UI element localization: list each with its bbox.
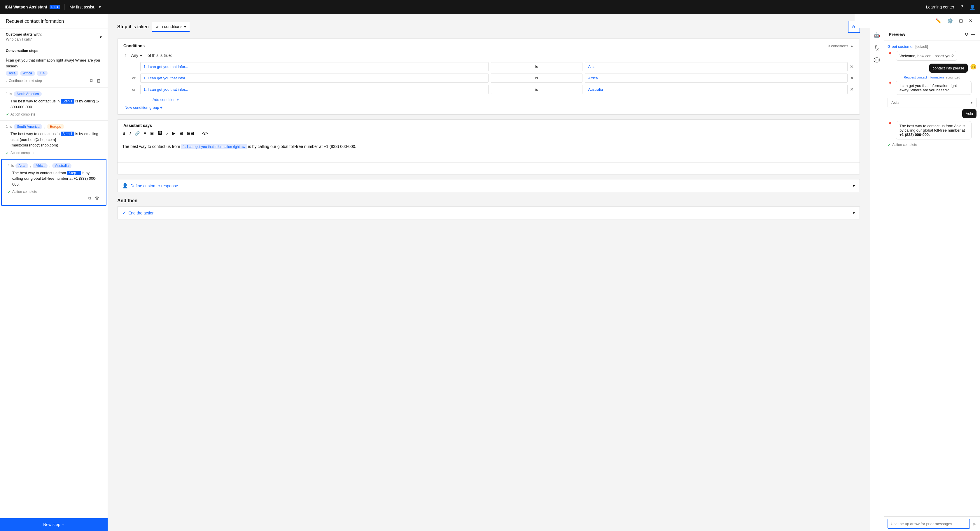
help-icon[interactable]: ? xyxy=(959,4,965,10)
step-header-label: Step 4 is taken xyxy=(117,24,149,29)
condition-value[interactable]: Africa xyxy=(585,73,848,83)
step-card[interactable]: 1 is North America The best way to conta… xyxy=(0,88,108,121)
end-action-label: End the action xyxy=(128,210,154,215)
check-circle-icon: ✓ xyxy=(122,210,126,215)
step-number-inline: 1 xyxy=(6,92,8,96)
widget-button[interactable]: ⊞ xyxy=(178,130,185,137)
step-badge: Australia xyxy=(52,163,72,168)
close-panel-icon[interactable]: ✕ xyxy=(966,16,975,26)
dropdown-value: Asia xyxy=(891,100,899,105)
any-select[interactable]: Any ▾ xyxy=(128,52,145,59)
condition-value[interactable]: Asia xyxy=(585,62,848,71)
list-ordered-button[interactable]: ⊟ xyxy=(149,130,155,137)
new-condition-group-button[interactable]: New condition group + xyxy=(123,105,162,110)
with-conditions-button[interactable]: with conditions ▾ xyxy=(152,22,190,32)
chevron-down-icon: ▾ xyxy=(99,5,101,10)
end-action-row[interactable]: ✓ End the action ▾ xyxy=(117,206,860,219)
new-step-button[interactable]: New step + xyxy=(0,518,108,531)
audio-button[interactable]: ♪ xyxy=(164,130,169,137)
step-ref: Step 1 xyxy=(67,171,81,175)
condition-field[interactable]: 1. I can get you that infor... xyxy=(140,62,488,71)
expression-icon[interactable]: fx xyxy=(874,44,879,52)
is-taken-text: is taken xyxy=(132,24,148,29)
condition-field[interactable]: 1. I can get you that infor... xyxy=(140,85,488,94)
greet-customer-link[interactable]: Greet customer xyxy=(888,45,914,49)
right-panel-wrapper: 🤖 fx 💬 Preview ↻ — Greet customer xyxy=(869,28,980,531)
remove-condition-button[interactable]: ✕ xyxy=(850,64,854,69)
robot-icon[interactable]: 🤖 xyxy=(873,32,881,39)
step-badge: South America xyxy=(14,124,42,129)
learning-center-link[interactable]: Learning center xyxy=(926,5,955,10)
with-conditions-label: with conditions xyxy=(156,24,183,29)
bold-button[interactable]: B xyxy=(121,130,127,137)
columns-button[interactable]: ⊟⊟ xyxy=(186,130,196,137)
step-card[interactable]: 1 I can get you that information right a… xyxy=(0,54,108,88)
copy-step-icon[interactable]: ⧉ xyxy=(88,195,92,202)
main-layout: Request contact information Customer sta… xyxy=(0,14,980,531)
step-condition-row: 1 is South America , Europe xyxy=(6,124,102,129)
step-nav: ↓ Continue to next step xyxy=(6,79,42,83)
message-text: I can get you that information right awa… xyxy=(896,81,972,95)
editor-area[interactable]: The best way to contact us from 1. I can… xyxy=(118,139,859,163)
link-button[interactable]: 🔗 xyxy=(133,130,141,137)
end-action-left: ✓ End the action xyxy=(122,210,154,215)
editor-toolbar: B I 🔗 ≡ ⊟ 🖼 ♪ ▶ ⊞ ⊟⊟ </> xyxy=(118,128,859,139)
list-unordered-button[interactable]: ≡ xyxy=(142,130,148,137)
assistant-says-box: Assistant says B I 🔗 ≡ ⊟ 🖼 ♪ ▶ ⊞ ⊟⊟ </> … xyxy=(117,119,860,174)
grid-icon[interactable]: ⊞ xyxy=(956,16,966,26)
assistant-selector[interactable]: My first assist... ▾ xyxy=(69,5,100,10)
check-icon: ✓ xyxy=(8,189,11,194)
chevron-down-icon: ▾ xyxy=(853,210,855,215)
action-complete: ✓ Action complete xyxy=(888,142,977,147)
remove-condition-button[interactable]: ✕ xyxy=(850,75,854,81)
step-card[interactable]: 1 is South America , Europe The best way… xyxy=(0,121,108,159)
define-customer-response[interactable]: 👤 Define customer response ▾ xyxy=(117,179,860,192)
chevron-down-icon: ▾ xyxy=(140,53,142,58)
step-card-active[interactable]: 4 is Asia , Africa , Australia The best … xyxy=(1,159,107,206)
step-body: The best way to contact us in Step 1 is … xyxy=(6,131,102,148)
add-condition-button[interactable]: Add condition + xyxy=(138,97,179,102)
right-panel-tools: 🤖 fx 💬 xyxy=(869,28,884,531)
delete-step-icon[interactable]: 🗑 xyxy=(96,78,102,84)
code-button[interactable]: </> xyxy=(200,130,209,137)
user-icon[interactable]: 👤 xyxy=(969,4,975,10)
condition-field[interactable]: 1. I can get you that infor... xyxy=(140,73,488,83)
any-label: Any xyxy=(131,53,138,58)
location-icon: 📍 xyxy=(888,52,893,57)
comment-icon[interactable]: 💬 xyxy=(873,57,881,64)
customer-starts-chevron-icon[interactable]: ▾ xyxy=(100,35,102,39)
step-action-icons: ⧉ 🗑 xyxy=(89,78,102,84)
chevron-up-icon: ▲ xyxy=(850,44,854,48)
delete-step-icon[interactable]: 🗑 xyxy=(94,195,100,202)
conversation-steps-label: Conversation steps xyxy=(0,45,108,54)
asia-dropdown[interactable]: Asia ▾ xyxy=(888,98,977,107)
user-message: Asia xyxy=(888,109,977,118)
user-message: contact info please 😊 xyxy=(888,64,977,73)
italic-button[interactable]: I xyxy=(128,130,132,137)
image-button[interactable]: 🖼 xyxy=(156,130,163,137)
refresh-icon[interactable]: ↻ xyxy=(964,32,968,37)
send-message-button[interactable]: ➤ xyxy=(972,521,977,527)
condition-value[interactable]: Australia xyxy=(585,85,848,94)
check-icon: ✓ xyxy=(6,151,10,155)
preview-message-input[interactable] xyxy=(888,519,970,529)
conditions-count: 3 conditions ▲ xyxy=(828,44,854,48)
and-then-section: And then ✓ End the action ▾ xyxy=(117,198,860,219)
remove-condition-button[interactable]: ✕ xyxy=(850,87,854,92)
minimize-icon[interactable]: — xyxy=(970,32,975,37)
location-icon: 📍 xyxy=(888,122,893,128)
nav-divider xyxy=(64,4,65,10)
copy-step-icon[interactable]: ⧉ xyxy=(89,78,94,84)
edit-icon[interactable]: ✏️ xyxy=(933,16,944,26)
editor-ref[interactable]: 1. I can get you that information right … xyxy=(181,144,247,149)
step-badge: North America xyxy=(14,91,42,97)
step-action-complete: ✓ Action complete xyxy=(6,112,102,117)
preview-title: Preview xyxy=(889,32,905,37)
plus-icon: + xyxy=(62,522,64,527)
recognized-link[interactable]: Request contact information xyxy=(904,76,944,79)
assistant-name: My first assist... xyxy=(69,5,97,10)
video-button[interactable]: ▶ xyxy=(171,130,177,137)
check-icon: ✓ xyxy=(6,112,10,117)
is-label: is xyxy=(10,92,12,96)
settings-icon[interactable]: ⚙️ xyxy=(944,16,956,26)
